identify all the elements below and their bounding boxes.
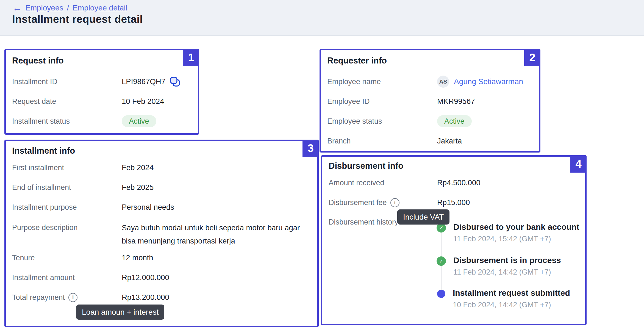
row-end-of-installment: End of installment Feb 2025 xyxy=(12,181,154,193)
page-header: ← Employees / Employee detail Installmen… xyxy=(0,0,644,36)
row-employee-name: Employee name AS Agung Setiawarman xyxy=(327,76,523,88)
row-installment-status: Installment status Active xyxy=(12,115,156,127)
card-title: Requester info xyxy=(327,56,387,66)
timeline-title: Installment request submitted xyxy=(453,288,570,298)
installment-info-card: 3 Installment info First installment Feb… xyxy=(4,140,319,327)
row-label: Employee name xyxy=(327,78,437,86)
row-tenure: Tenure 12 month xyxy=(12,252,153,264)
timeline-title: Disbursed to your bank account xyxy=(453,222,579,232)
row-purpose-description: Purpose description Saya butuh modal unt… xyxy=(12,221,302,248)
card-title: Request info xyxy=(12,56,64,66)
end-of-installment-value: Feb 2025 xyxy=(122,183,154,192)
timeline-time: 11 Feb 2024, 15:42 (GMT +7) xyxy=(453,234,579,244)
timeline-title: Disbursement is in process xyxy=(453,255,561,265)
row-request-date: Request date 10 Feb 2024 xyxy=(12,95,164,107)
status-badge: Active xyxy=(437,115,472,127)
check-circle-icon: ✓ xyxy=(437,223,446,233)
dot-icon xyxy=(437,290,445,298)
installment-amount-value: Rp12.000.000 xyxy=(122,273,169,282)
info-icon[interactable]: i xyxy=(390,198,399,207)
first-installment-value: Feb 2024 xyxy=(122,163,154,172)
timeline-item-submitted: Installment request submitted 10 Feb 202… xyxy=(437,288,570,309)
row-label: Request date xyxy=(12,97,122,106)
row-label: Employee status xyxy=(327,117,437,126)
tenure-value: 12 month xyxy=(122,253,153,262)
breadcrumb-separator: / xyxy=(67,4,69,12)
check-circle-icon: ✓ xyxy=(437,256,446,266)
row-installment-id: Installment ID LPI9867QH7 xyxy=(12,76,181,88)
row-installment-amount: Installment amount Rp12.000.000 xyxy=(12,272,169,284)
disbursement-info-card: 4 Disbursement info Amount received Rp4.… xyxy=(321,155,587,325)
timeline-time: 10 Feb 2024, 14:42 (GMT +7) xyxy=(453,300,570,309)
row-branch: Branch Jakarta xyxy=(327,135,462,147)
breadcrumb-link-employee-detail[interactable]: Employee detail xyxy=(73,4,127,12)
row-label: Installment status xyxy=(12,117,122,126)
row-label: Tenure xyxy=(12,254,122,262)
info-icon[interactable]: i xyxy=(68,293,77,302)
row-disbursement-fee: Disbursement fee i Rp15.000 xyxy=(329,197,470,209)
employee-id-value: MKR99567 xyxy=(437,97,475,106)
row-employee-status: Employee status Active xyxy=(327,115,472,127)
row-label: Installment purpose xyxy=(12,203,122,212)
card-title: Disbursement info xyxy=(329,161,403,171)
requester-info-card: 2 Requester info Employee name AS Agung … xyxy=(320,49,540,153)
breadcrumb-link-employees[interactable]: Employees xyxy=(25,4,63,12)
avatar: AS xyxy=(437,76,449,88)
purpose-description-value: Saya butuh modal untuk beli sepeda motor… xyxy=(122,221,302,248)
request-info-card: 1 Request info Installment ID LPI9867QH7… xyxy=(4,49,199,135)
annotation-badge-4: 4 xyxy=(570,155,587,173)
timeline-time: 11 Feb 2024, 14:42 (GMT +7) xyxy=(453,267,561,277)
row-label: Installment ID xyxy=(12,78,122,86)
employee-name-link[interactable]: Agung Setiawarman xyxy=(454,77,523,86)
row-label: Total repayment i xyxy=(12,293,122,302)
row-total-repayment: Total repayment i Rp13.200.000 xyxy=(12,291,169,303)
card-title: Installment info xyxy=(12,146,75,156)
status-badge: Active xyxy=(122,115,156,127)
total-repayment-value: Rp13.200.000 xyxy=(122,293,169,302)
timeline-item-in-process: ✓ Disbursement is in process 11 Feb 2024… xyxy=(437,255,561,277)
request-date-value: 10 Feb 2024 xyxy=(122,97,164,106)
installment-id-value: LPI9867QH7 xyxy=(122,77,165,86)
tooltip-disbursement-fee: Include VAT xyxy=(397,209,449,225)
timeline-item-disbursed: ✓ Disbursed to your bank account 11 Feb … xyxy=(437,222,579,244)
copy-icon[interactable] xyxy=(169,76,181,87)
row-label: Installment amount xyxy=(12,273,122,282)
row-first-installment: First installment Feb 2024 xyxy=(12,162,154,174)
row-label: Amount received xyxy=(329,179,437,187)
disbursement-fee-value: Rp15.000 xyxy=(437,198,470,207)
installment-purpose-value: Personal needs xyxy=(122,203,174,212)
row-amount-received: Amount received Rp4.500.000 xyxy=(329,177,481,189)
row-installment-purpose: Installment purpose Personal needs xyxy=(12,201,174,213)
page-canvas: ← Employees / Employee detail Installmen… xyxy=(0,0,644,332)
branch-value: Jakarta xyxy=(437,137,462,145)
page-title: Installment request detail xyxy=(12,13,143,25)
row-label: Purpose description xyxy=(12,223,122,232)
row-label: Employee ID xyxy=(327,97,437,106)
tooltip-total-repayment: Loan amoun + interest xyxy=(76,305,164,320)
row-label: End of installment xyxy=(12,183,122,192)
row-label: First installment xyxy=(12,164,122,172)
breadcrumb: ← Employees / Employee detail xyxy=(13,3,127,12)
row-label: Branch xyxy=(327,137,437,145)
back-arrow-icon[interactable]: ← xyxy=(13,3,22,12)
row-label: Disbursement fee i xyxy=(329,198,437,207)
row-employee-id: Employee ID MKR99567 xyxy=(327,95,475,107)
annotation-badge-2: 2 xyxy=(524,49,540,66)
annotation-badge-3: 3 xyxy=(302,140,319,157)
amount-received-value: Rp4.500.000 xyxy=(437,178,481,187)
annotation-badge-1: 1 xyxy=(183,49,199,66)
